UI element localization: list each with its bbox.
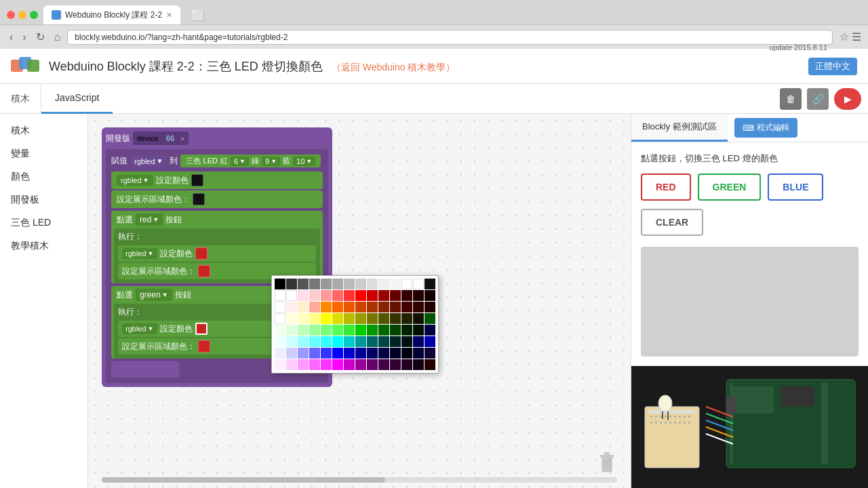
color-cell[interactable] (401, 359, 412, 370)
display-swatch-1[interactable] (193, 193, 205, 205)
color-cell[interactable] (367, 313, 378, 324)
color-cell[interactable] (390, 290, 401, 301)
color-cell[interactable] (298, 290, 309, 301)
color-cell[interactable] (413, 290, 424, 301)
color-cell[interactable] (425, 336, 435, 347)
workspace-scrollbar[interactable] (102, 477, 617, 483)
rgbled-assign-block[interactable]: rgbled ▼ (130, 156, 167, 167)
color-cell[interactable] (344, 279, 355, 289)
color-swatch-1[interactable] (191, 174, 203, 186)
color-cell[interactable] (286, 302, 297, 312)
menu-button[interactable]: ☰ (852, 30, 861, 43)
set-display-block-1[interactable]: 設定展示區域顏色： (111, 190, 323, 208)
color-cell[interactable] (401, 336, 412, 347)
color-cell[interactable] (355, 325, 366, 336)
color-cell[interactable] (390, 336, 401, 347)
red-btn-block[interactable]: red ▼ (136, 214, 163, 226)
color-cell[interactable] (367, 359, 378, 370)
color-cell[interactable] (298, 279, 309, 289)
color-cell[interactable] (355, 313, 366, 324)
app-subtitle-link[interactable]: （返回 Webduino 積木教學） (332, 62, 456, 73)
browser-tab[interactable]: Webduino Blockly 課程 2-2 ✕ (43, 5, 180, 24)
color-cell[interactable] (425, 302, 435, 312)
color-cell[interactable] (286, 290, 297, 301)
color-cell[interactable] (355, 290, 366, 301)
color-cell[interactable] (275, 336, 285, 347)
workspace-trash[interactable] (597, 450, 617, 474)
color-cell[interactable] (309, 348, 320, 359)
color-cell[interactable] (321, 359, 332, 370)
color-cell[interactable] (401, 348, 412, 359)
color-cell[interactable] (286, 313, 297, 324)
rgbled-ref-dropdown-1[interactable]: ▼ (143, 177, 149, 184)
color-cell[interactable] (275, 279, 285, 289)
color-cell[interactable] (367, 336, 378, 347)
back-button[interactable]: ‹ (7, 30, 16, 45)
color-swatch-green-active[interactable] (195, 323, 208, 335)
color-cell[interactable] (390, 348, 401, 359)
color-cell[interactable] (367, 325, 378, 336)
display-swatch-green[interactable] (198, 340, 210, 352)
color-cell[interactable] (378, 290, 389, 301)
color-swatch-red[interactable] (195, 247, 208, 260)
color-cell[interactable] (332, 290, 343, 301)
color-cell[interactable] (378, 325, 389, 336)
link-button[interactable]: 🔗 (807, 88, 829, 110)
sidebar-item-blocks[interactable]: 積木 (0, 119, 87, 142)
tab-test-area[interactable]: Blockly 範例測試區 (631, 114, 728, 142)
color-cell[interactable] (309, 302, 320, 312)
forward-button[interactable]: › (20, 30, 28, 45)
color-cell[interactable] (425, 325, 435, 336)
delete-button[interactable]: 🗑 (780, 88, 802, 110)
device-name-block[interactable]: device 66 » (133, 131, 189, 145)
set-color-red-block[interactable]: rgbled ▼ 設定顏色 (118, 245, 316, 262)
color-cell[interactable] (355, 348, 366, 359)
green-btn-dropdown[interactable]: ▼ (162, 291, 168, 298)
color-cell[interactable] (378, 313, 389, 324)
color-cell[interactable] (298, 336, 309, 347)
color-cell[interactable] (286, 359, 297, 370)
sidebar-item-devboard[interactable]: 開發板 (0, 188, 87, 211)
color-cell[interactable] (286, 279, 297, 289)
color-cell[interactable] (355, 359, 366, 370)
color-cell[interactable] (390, 359, 401, 370)
color-picker-popup[interactable] (271, 275, 439, 373)
rgbled-dropdown-icon[interactable]: ▼ (157, 157, 163, 165)
color-cell[interactable] (332, 302, 343, 312)
color-cell[interactable] (401, 313, 412, 324)
color-cell[interactable] (413, 325, 424, 336)
color-cell[interactable] (378, 359, 389, 370)
color-cell[interactable] (344, 290, 355, 301)
tab-close-icon[interactable]: ✕ (166, 11, 172, 20)
color-cell[interactable] (425, 290, 435, 301)
click-red-block[interactable]: 點選 red ▼ 按鈕 執行： (111, 211, 323, 283)
color-cell[interactable] (298, 325, 309, 336)
color-cell[interactable] (332, 325, 343, 336)
color-cell[interactable] (401, 325, 412, 336)
color-cell[interactable] (367, 348, 378, 359)
red-pin-block[interactable]: 6 ▼ (231, 157, 249, 166)
color-cell[interactable] (321, 302, 332, 312)
color-cell[interactable] (344, 348, 355, 359)
color-cell[interactable] (390, 325, 401, 336)
color-cell[interactable] (286, 325, 297, 336)
green-pin-block[interactable]: 9 ▼ (262, 157, 280, 166)
color-cell[interactable] (378, 279, 389, 289)
color-cell[interactable] (321, 279, 332, 289)
rgbled-ref-3[interactable]: rgbled ▼ (122, 323, 157, 334)
color-cell[interactable] (355, 302, 366, 312)
color-cell[interactable] (413, 348, 424, 359)
color-cell[interactable] (425, 313, 435, 324)
color-cell[interactable] (401, 279, 412, 289)
color-cell[interactable] (275, 290, 285, 301)
color-cell[interactable] (286, 348, 297, 359)
color-cell[interactable] (321, 348, 332, 359)
color-cell[interactable] (309, 359, 320, 370)
color-cell[interactable] (344, 359, 355, 370)
maximize-dot[interactable] (30, 11, 38, 19)
blue-pin-block[interactable]: 10 ▼ (293, 157, 315, 166)
color-cell[interactable] (413, 313, 424, 324)
color-cell[interactable] (332, 359, 343, 370)
tab-blocks[interactable]: 積木 (0, 84, 41, 114)
red-btn-dropdown[interactable]: ▼ (153, 216, 159, 223)
